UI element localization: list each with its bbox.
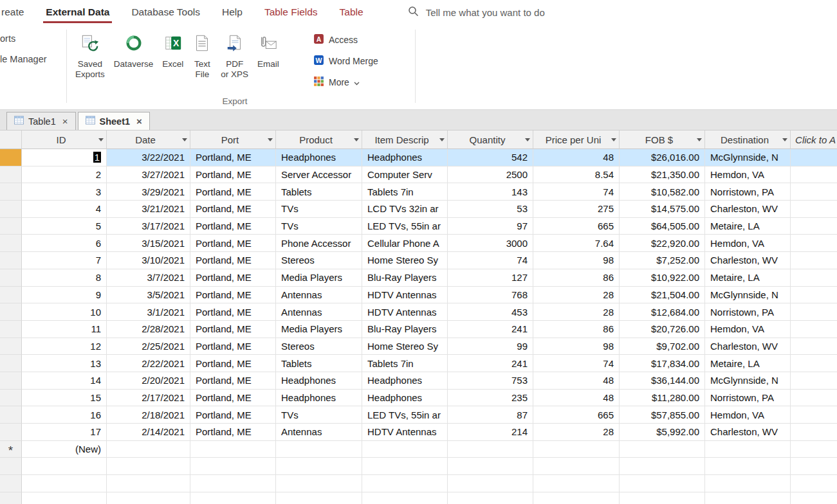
table-cell[interactable]: Cellular Phone A — [362, 235, 448, 252]
table-cell[interactable] — [791, 252, 837, 269]
record-selector[interactable] — [0, 338, 22, 356]
table-cell[interactable] — [791, 372, 837, 390]
table-cell[interactable]: 2 — [22, 166, 107, 184]
table-cell[interactable]: Antennas — [276, 424, 362, 441]
dropdown-arrow-icon[interactable] — [782, 138, 787, 141]
table-cell[interactable]: 99 — [448, 338, 533, 356]
table-cell[interactable]: 87 — [448, 406, 533, 424]
table-cell[interactable]: Portland, ME — [190, 235, 276, 252]
table-cell[interactable]: 2/20/2021 — [107, 372, 190, 390]
table-cell[interactable]: Portland, ME — [190, 390, 276, 407]
table-cell[interactable]: Norristown, PA — [705, 183, 791, 201]
column-header-destination[interactable]: Destination — [705, 130, 791, 149]
table-cell[interactable]: 28 — [533, 287, 620, 304]
table-cell[interactable]: 74 — [533, 183, 620, 201]
table-cell[interactable]: 3/1/2021 — [107, 303, 190, 321]
table-cell[interactable]: 3/5/2021 — [107, 287, 190, 304]
table-cell[interactable]: 74 — [533, 355, 620, 372]
table-cell[interactable]: 17 — [22, 424, 107, 441]
table-cell[interactable]: McGlynnside, N — [705, 149, 791, 166]
table-cell[interactable]: Hemdon, VA — [705, 406, 791, 424]
table-cell[interactable]: $21,350.00 — [620, 166, 705, 184]
export-more-button[interactable]: More — [313, 75, 378, 89]
table-cell[interactable]: 768 — [448, 287, 533, 304]
table-cell[interactable]: 86 — [533, 269, 620, 287]
dropdown-arrow-icon[interactable] — [98, 138, 104, 141]
dropdown-arrow-icon[interactable] — [354, 138, 359, 141]
ribbon-tab-external-data[interactable]: External Data — [35, 0, 120, 24]
table-cell[interactable]: 86 — [533, 321, 620, 338]
saved-exports-button[interactable]: Saved Exports — [71, 30, 109, 81]
table-cell[interactable]: Portland, ME — [190, 424, 276, 441]
table-cell[interactable]: 48 — [533, 149, 620, 166]
column-header-price-per-uni[interactable]: Price per Uni — [533, 130, 620, 149]
record-selector[interactable] — [0, 235, 22, 252]
table-cell[interactable]: Tablets 7in — [362, 183, 448, 201]
table-cell[interactable]: Portland, ME — [190, 372, 276, 390]
table-cell[interactable]: TVs — [276, 406, 362, 424]
table-cell[interactable]: Portland, ME — [190, 218, 276, 235]
table-cell[interactable]: Stereos — [276, 252, 362, 269]
table-cell[interactable]: $5,992.00 — [620, 424, 705, 441]
record-selector[interactable] — [0, 355, 22, 372]
table-cell[interactable]: HDTV Antennas — [362, 424, 448, 441]
table-cell[interactable]: Headphones — [362, 390, 448, 407]
table-cell[interactable]: 3/22/2021 — [107, 149, 190, 166]
column-header-port[interactable]: Port — [190, 130, 276, 149]
table-cell[interactable]: Hemdon, VA — [705, 321, 791, 338]
table-cell[interactable]: 3/27/2021 — [107, 166, 190, 184]
table-cell[interactable]: Charleston, WV — [705, 201, 791, 218]
saved-imports-button-clipped[interactable]: orts — [0, 33, 15, 44]
table-cell[interactable]: 10 — [22, 303, 107, 321]
table-cell[interactable]: 753 — [448, 372, 533, 390]
table-cell[interactable]: 4 — [22, 201, 107, 218]
table-cell[interactable]: Portland, ME — [190, 355, 276, 372]
table-cell[interactable]: 127 — [448, 269, 533, 287]
table-cell[interactable]: McGlynnside, N — [705, 372, 791, 390]
table-cell[interactable]: 13 — [22, 355, 107, 372]
table-cell[interactable]: 12 — [22, 338, 107, 356]
table-cell[interactable]: $10,922.00 — [620, 269, 705, 287]
select-all-corner[interactable] — [0, 130, 22, 149]
dropdown-arrow-icon[interactable] — [611, 138, 616, 141]
record-selector[interactable] — [0, 406, 22, 424]
table-cell[interactable] — [791, 149, 837, 166]
column-header-fob[interactable]: FOB $ — [620, 130, 705, 149]
dropdown-arrow-icon[interactable] — [439, 138, 445, 141]
export-access-button[interactable]: A Access — [313, 33, 378, 46]
record-selector[interactable] — [0, 183, 22, 201]
table-cell[interactable]: 3/17/2021 — [107, 218, 190, 235]
dropdown-arrow-icon[interactable] — [182, 138, 187, 141]
table-cell[interactable] — [791, 183, 837, 201]
table-cell[interactable] — [448, 441, 533, 458]
table-cell[interactable]: $36,144.00 — [620, 372, 705, 390]
record-selector[interactable] — [0, 424, 22, 441]
table-cell[interactable]: 143 — [448, 183, 533, 201]
table-cell[interactable]: HDTV Antennas — [362, 287, 448, 304]
table-cell[interactable]: Charleston, WV — [705, 424, 791, 441]
ribbon-tab-table-fields[interactable]: Table Fields — [253, 0, 329, 24]
table-cell[interactable]: 214 — [448, 424, 533, 441]
table-cell[interactable]: 16 — [22, 406, 107, 424]
table-cell[interactable]: 2/22/2021 — [107, 355, 190, 372]
table-cell[interactable]: McGlynnside, N — [705, 287, 791, 304]
ribbon-tab-help[interactable]: Help — [211, 0, 253, 24]
table-cell[interactable]: Portland, ME — [190, 166, 276, 184]
dropdown-arrow-icon[interactable] — [525, 138, 530, 141]
table-cell[interactable]: Media Players — [276, 269, 362, 287]
record-selector[interactable] — [0, 390, 22, 407]
table-cell[interactable]: Blu-Ray Players — [362, 321, 448, 338]
dropdown-arrow-icon[interactable] — [697, 138, 702, 141]
table-cell[interactable]: 2500 — [448, 166, 533, 184]
table-cell[interactable] — [791, 406, 837, 424]
table-cell[interactable] — [791, 390, 837, 407]
record-selector[interactable] — [0, 321, 22, 338]
table-cell[interactable]: $10,582.00 — [620, 183, 705, 201]
table-cell[interactable]: Norristown, PA — [705, 303, 791, 321]
table-cell[interactable]: Metaire, LA — [705, 355, 791, 372]
table-cell[interactable]: Home Stereo Sy — [362, 252, 448, 269]
table-cell[interactable]: 97 — [448, 218, 533, 235]
dataverse-button[interactable]: Dataverse — [109, 30, 158, 71]
table-cell[interactable] — [791, 303, 837, 321]
table-cell[interactable]: Stereos — [276, 338, 362, 356]
